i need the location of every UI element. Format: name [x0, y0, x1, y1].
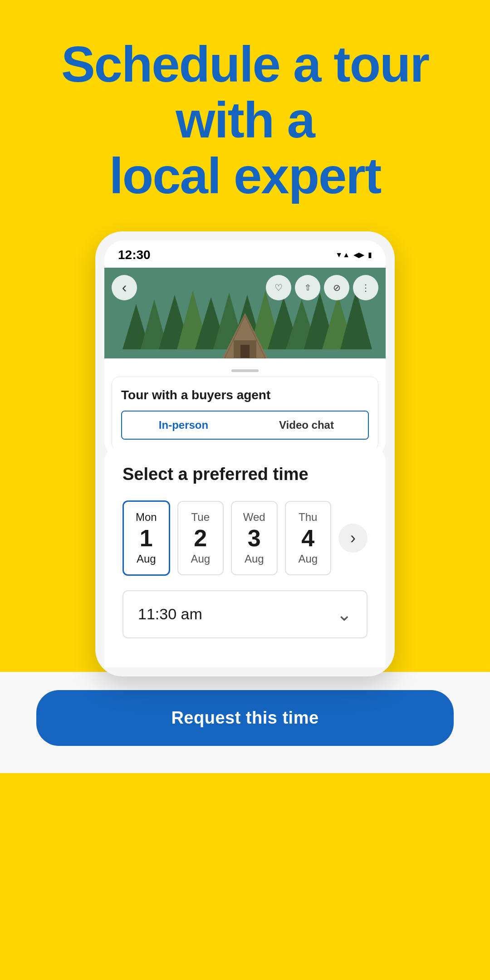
- date-day-mon: Mon: [128, 511, 164, 524]
- hero-title-line3: local expert: [109, 147, 381, 204]
- chevron-right-icon: ›: [350, 529, 356, 548]
- more-icon: ⋮: [361, 282, 370, 293]
- chevron-down-icon: ⌄: [337, 604, 352, 625]
- date-day-thu: Thu: [290, 511, 326, 524]
- time-selector[interactable]: 11:30 am ⌄: [122, 590, 368, 638]
- time-value: 11:30 am: [138, 605, 202, 623]
- tour-section: Tour with a buyers agent In-person Video…: [112, 377, 378, 451]
- status-icons: ▼▲ ◀▶ ▮: [335, 250, 372, 259]
- signal-icon: ◀▶: [353, 250, 364, 259]
- swipe-indicator: [231, 369, 259, 372]
- date-num-tue: 2: [183, 526, 219, 550]
- date-day-wed: Wed: [236, 511, 272, 524]
- bottom-sheet: Select a preferred time Mon 1 Aug Tue 2 …: [104, 446, 386, 667]
- hero-title-line1: Schedule a tour: [61, 36, 429, 93]
- tour-type-tabs: In-person Video chat: [121, 411, 369, 440]
- bottom-cta-area: Request this time: [0, 672, 490, 773]
- share-icon: ⇧: [304, 283, 311, 293]
- heart-button[interactable]: ♡: [266, 275, 291, 300]
- date-month-tue: Aug: [183, 553, 219, 565]
- image-overlay-controls: ‹ ♡ ⇧ ⊘ ⋮: [104, 275, 386, 300]
- back-icon: ‹: [122, 279, 127, 296]
- tab-video-chat[interactable]: Video chat: [245, 412, 368, 439]
- date-day-tue: Tue: [183, 511, 219, 524]
- share-button[interactable]: ⇧: [295, 275, 320, 300]
- status-bar: 12:30 ▼▲ ◀▶ ▮: [104, 240, 386, 268]
- date-month-thu: Aug: [290, 553, 326, 565]
- hero-title: Schedule a tour with a local expert: [27, 36, 463, 204]
- date-card-tue[interactable]: Tue 2 Aug: [177, 501, 224, 575]
- more-button[interactable]: ⋮: [353, 275, 378, 300]
- status-time: 12:30: [118, 248, 151, 262]
- phone-frame: 12:30 ▼▲ ◀▶ ▮: [95, 231, 395, 676]
- date-card-thu[interactable]: Thu 4 Aug: [285, 501, 332, 575]
- date-selector: Mon 1 Aug Tue 2 Aug Wed 3 Aug Thu 4: [122, 500, 368, 576]
- date-month-mon: Aug: [128, 553, 164, 565]
- heart-icon: ♡: [274, 282, 283, 293]
- wifi-icon: ▼▲: [335, 251, 350, 259]
- next-dates-button[interactable]: ›: [338, 524, 368, 553]
- date-num-mon: 1: [128, 526, 164, 550]
- block-icon: ⊘: [333, 282, 341, 293]
- battery-icon: ▮: [368, 250, 372, 259]
- request-this-time-button[interactable]: Request this time: [36, 690, 454, 746]
- hero-section: Schedule a tour with a local expert: [0, 0, 490, 222]
- phone-container: 12:30 ▼▲ ◀▶ ▮: [0, 222, 490, 676]
- action-buttons: ♡ ⇧ ⊘ ⋮: [266, 275, 378, 300]
- sheet-title: Select a preferred time: [122, 465, 368, 484]
- date-num-thu: 4: [290, 526, 326, 550]
- back-button[interactable]: ‹: [112, 275, 137, 300]
- tab-in-person[interactable]: In-person: [122, 412, 245, 439]
- date-card-mon[interactable]: Mon 1 Aug: [122, 500, 170, 576]
- property-image: ‹ ♡ ⇧ ⊘ ⋮: [104, 268, 386, 358]
- date-card-wed[interactable]: Wed 3 Aug: [231, 501, 278, 575]
- hero-title-line2: with a: [176, 92, 314, 148]
- svg-rect-17: [240, 345, 250, 358]
- date-num-wed: 3: [236, 526, 272, 550]
- block-button[interactable]: ⊘: [324, 275, 349, 300]
- tour-title: Tour with a buyers agent: [121, 388, 369, 402]
- date-month-wed: Aug: [236, 553, 272, 565]
- phone-inner: 12:30 ▼▲ ◀▶ ▮: [104, 240, 386, 460]
